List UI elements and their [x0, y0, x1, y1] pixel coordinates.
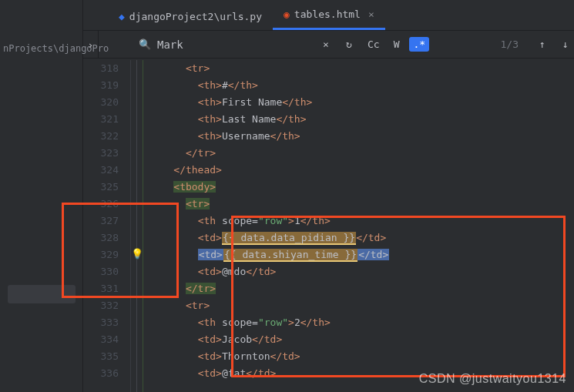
sidebar-placeholder	[8, 285, 76, 303]
search-input[interactable]	[157, 39, 311, 51]
clear-icon[interactable]: ×	[317, 36, 334, 53]
match-count: 1/3	[501, 39, 519, 50]
tab-bar: ◆ djangoProject2\urls.py ◉ tables.html ×	[0, 0, 574, 31]
intention-bulb-icon[interactable]: 💡	[131, 248, 143, 260]
regex-toggle[interactable]: .*	[409, 37, 429, 52]
python-icon: ◆	[119, 11, 125, 22]
tab-urls-py[interactable]: ◆ djangoProject2\urls.py	[108, 3, 273, 30]
sidebar: nProjects\djangoPro	[0, 0, 83, 392]
history-icon[interactable]: ↻	[341, 36, 357, 53]
search-icon: 🔍	[139, 39, 151, 50]
chevron-right-icon: ›	[88, 39, 94, 51]
prev-match-icon[interactable]: ↑	[534, 36, 551, 53]
watermark: CSDN @justwaityou1314	[419, 372, 566, 386]
editor-nav-back[interactable]: ›	[83, 31, 99, 59]
code-editor[interactable]: 3183193203213223233243253263273283293303…	[91, 60, 574, 392]
tab-label: djangoProject2\urls.py	[129, 11, 262, 22]
tab-label: tables.html	[294, 8, 361, 20]
words-toggle[interactable]: W	[390, 37, 404, 52]
match-case-toggle[interactable]: Cc	[364, 37, 384, 52]
line-numbers: 3183193203213223233243253263273283293303…	[91, 60, 128, 392]
html5-icon: ◉	[284, 8, 290, 20]
next-match-icon[interactable]: ↓	[557, 36, 574, 53]
code-area[interactable]: <tr> <th>#</th> <th>First Name</th> <th>…	[149, 60, 574, 392]
close-icon[interactable]: ×	[368, 8, 374, 20]
tab-tables-html[interactable]: ◉ tables.html ×	[273, 1, 385, 30]
gutter: 💡	[128, 60, 149, 392]
